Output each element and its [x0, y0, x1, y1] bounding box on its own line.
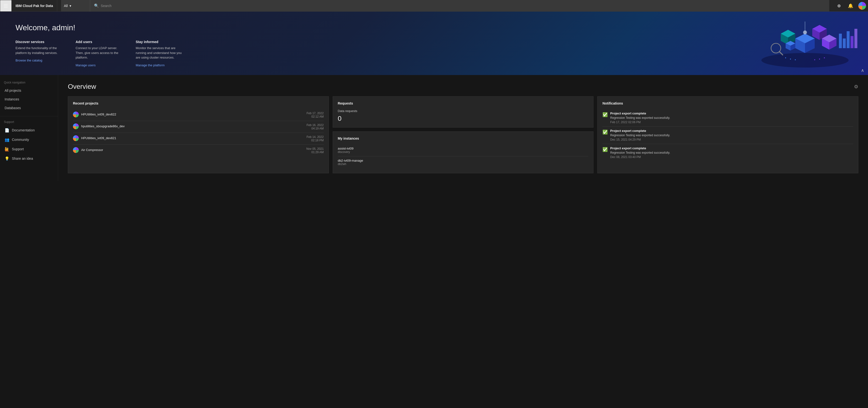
notification-item: ✅ Project export complete Regression Tes…: [602, 144, 853, 161]
instance-type: db2wh: [338, 162, 589, 166]
hamburger-menu-button[interactable]: [0, 0, 12, 12]
notification-item: ✅ Project export complete Regression Tes…: [602, 109, 853, 127]
data-requests-count: 0: [338, 115, 589, 123]
instance-name[interactable]: assist-ivt09: [338, 147, 589, 150]
project-name[interactable]: Air Compressor: [81, 148, 103, 152]
svg-point-26: [790, 59, 791, 60]
avatar: [858, 2, 866, 10]
add-users-body: Connect to your LDAP server. Then, give …: [75, 46, 124, 60]
my-instances-card: My instances assist-ivt09 discovery db2-…: [333, 131, 594, 173]
project-icon: [73, 135, 79, 141]
main-area: Quick navigation All projects Instances …: [0, 75, 868, 181]
document-icon: 📄: [5, 128, 9, 133]
add-users-heading: Add users: [75, 40, 124, 44]
project-icon: [73, 124, 79, 129]
instance-item: db2-ivt09-manage db2wh: [338, 156, 589, 168]
project-item: HPUtilities_ivt09_dev821 Feb 14, 2022 02…: [73, 133, 324, 145]
project-item: hputilities_sboupgrade86x_dev Feb 16, 20…: [73, 121, 324, 133]
quick-nav-label: Quick navigation: [0, 81, 58, 86]
hero-3d-graphic: [747, 19, 863, 68]
discover-services-heading: Discover services: [16, 40, 64, 44]
sidebar-item-label-community: Community: [12, 138, 29, 142]
project-name[interactable]: hputilities_sboupgrade86x_dev: [81, 124, 125, 128]
my-instances-title: My instances: [338, 136, 589, 140]
topbar: IBM Cloud Pak for Data All ▾ 🔍 ⊕ 🔔: [0, 0, 868, 12]
notif-body: Regression Testing was exported successf…: [610, 134, 670, 137]
overview-title: Overview: [68, 83, 96, 91]
search-input[interactable]: [101, 4, 825, 8]
search-scope-label: All: [64, 4, 68, 8]
svg-point-30: [824, 57, 825, 58]
svg-rect-21: [843, 38, 846, 48]
sidebar-item-label-instances: Instances: [5, 97, 19, 101]
check-circle-icon: ✅: [602, 112, 608, 124]
overview-grid: Recent projects HPUtilities_ivt09_dev822…: [68, 96, 858, 173]
hero-content: Welcome, admin! Discover services Extend…: [16, 23, 185, 67]
svg-rect-23: [850, 36, 854, 48]
topbar-actions: ⊕ 🔔: [833, 0, 868, 11]
notif-title: Project export complete: [610, 111, 670, 115]
sidebar-item-share-idea[interactable]: 💡 Share an idea: [0, 154, 58, 163]
sidebar-item-label-share-idea: Share an idea: [12, 157, 33, 161]
instance-name[interactable]: db2-ivt09-manage: [338, 159, 589, 162]
notifications-title: Notifications: [602, 101, 853, 105]
hero-section: Welcome, admin! Discover services Extend…: [0, 12, 868, 75]
notif-body: Regression Testing was exported successf…: [610, 151, 670, 155]
hero-card-stay-informed: Stay informed Monitor the services that …: [136, 40, 184, 67]
notif-date: Dec 08, 2021 03:40 PM: [610, 156, 670, 159]
notif-body: Regression Testing was exported successf…: [610, 116, 670, 120]
overview-settings-button[interactable]: ⚙: [854, 84, 858, 90]
svg-point-29: [819, 59, 820, 60]
project-date: Feb 16, 2022 04:19 AM: [307, 124, 324, 130]
notification-content: Project export complete Regression Testi…: [610, 129, 670, 141]
notifications-button[interactable]: 🔔: [845, 0, 856, 12]
check-circle-icon: ✅: [602, 130, 608, 141]
manage-platform-link[interactable]: Manage the platform: [136, 63, 164, 67]
manage-users-link[interactable]: Manage users: [75, 63, 95, 67]
project-item: Air Compressor Nov 05, 2021 01:29 AM: [73, 145, 324, 156]
sidebar-item-all-projects[interactable]: All projects: [0, 86, 58, 95]
svg-rect-20: [839, 34, 842, 48]
notification-content: Project export complete Regression Testi…: [610, 111, 670, 124]
hero-collapse-button[interactable]: ∧: [861, 68, 864, 73]
svg-rect-22: [847, 31, 849, 48]
svg-rect-24: [855, 29, 857, 48]
svg-point-28: [814, 59, 815, 60]
sidebar-item-label-databases: Databases: [5, 106, 21, 110]
instance-type: discovery: [338, 150, 589, 154]
user-avatar-button[interactable]: [856, 0, 868, 12]
support-label: Support: [0, 120, 58, 126]
browse-catalog-link[interactable]: Browse the catalog: [16, 59, 42, 62]
svg-point-27: [795, 59, 796, 60]
search-icon: 🔍: [94, 3, 99, 8]
requests-card: Requests Data requests 0: [333, 96, 594, 128]
sidebar-item-instances[interactable]: Instances: [0, 95, 58, 104]
hero-illustration: [742, 12, 868, 75]
welcome-title: Welcome, admin!: [16, 23, 185, 32]
hamburger-icon: [4, 4, 8, 7]
sidebar-item-label-support: Support: [12, 147, 24, 151]
sidebar-item-community[interactable]: 👥 Community: [0, 135, 58, 144]
sidebar-divider: [0, 116, 58, 116]
project-name[interactable]: HPUtilities_ivt09_dev822: [81, 112, 116, 116]
svg-point-17: [803, 31, 807, 34]
recent-projects-title: Recent projects: [73, 101, 324, 105]
stay-informed-body: Monitor the services that are running an…: [136, 46, 184, 60]
app-title: IBM Cloud Pak for Data: [12, 0, 57, 11]
chevron-down-icon: ▾: [69, 4, 71, 8]
instance-item: assist-ivt09 discovery: [338, 144, 589, 156]
hero-card-discover: Discover services Extend the functionali…: [16, 40, 64, 67]
check-circle-icon: ✅: [602, 147, 608, 159]
bookmark-button[interactable]: ⊕: [833, 0, 845, 12]
hero-card-add-users: Add users Connect to your LDAP server. T…: [75, 40, 124, 67]
notif-title: Project export complete: [610, 146, 670, 150]
search-scope-dropdown[interactable]: All ▾: [61, 0, 90, 12]
sidebar-item-databases[interactable]: Databases: [0, 104, 58, 112]
sidebar-item-documentation[interactable]: 📄 Documentation: [0, 126, 58, 135]
data-requests-label: Data requests: [338, 109, 589, 113]
svg-point-25: [785, 57, 786, 58]
sidebar-item-support[interactable]: 🙋 Support: [0, 144, 58, 154]
project-name[interactable]: HPUtilities_ivt09_dev821: [81, 136, 116, 140]
project-date: Feb 17, 2022 02:12 AM: [307, 111, 324, 118]
project-item: HPUtilities_ivt09_dev822 Feb 17, 2022 02…: [73, 109, 324, 121]
